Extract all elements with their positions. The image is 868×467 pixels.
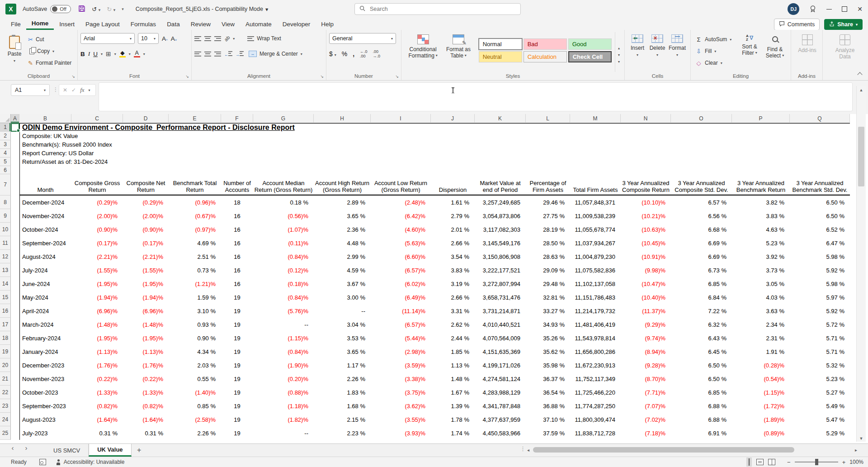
table-cell[interactable]: 4,341,787,848	[475, 399, 526, 413]
add-sheet-button[interactable]: +	[132, 444, 147, 457]
align-top-icon[interactable]	[194, 36, 201, 41]
scroll-up-icon[interactable]: ▲	[857, 86, 866, 94]
macro-record-icon[interactable]	[39, 459, 46, 465]
table-cell[interactable]: 3.19 %	[431, 277, 475, 291]
table-cell[interactable]: 16	[221, 223, 253, 236]
scroll-left-icon[interactable]: ◂	[527, 448, 529, 453]
table-cell[interactable]: 5.97 %	[790, 291, 850, 304]
format-painter-button[interactable]: ✎Format Painter	[26, 57, 73, 68]
table-cell[interactable]: (7.71)%	[621, 386, 671, 399]
maximize-button[interactable]	[842, 6, 847, 12]
table-cell[interactable]: 3.05 %	[732, 277, 790, 291]
table-cell[interactable]: (0.84)%	[253, 291, 314, 304]
table-cell[interactable]: 2.44 %	[431, 331, 475, 345]
table-cell[interactable]: 4,450,583,966	[475, 426, 526, 440]
table-cell[interactable]: (0.82)%	[71, 399, 123, 413]
table-cell[interactable]: (1.95)%	[71, 277, 123, 291]
menu-tab-developer[interactable]: Developer	[277, 18, 316, 30]
table-cell[interactable]: 19	[221, 386, 253, 399]
row-header-23[interactable]: 23	[0, 399, 11, 413]
table-cell[interactable]: (6.60)%	[371, 250, 431, 263]
row-header-13[interactable]: 13	[0, 263, 11, 277]
table-cell[interactable]: 11,037,934,267	[570, 236, 621, 250]
table-cell[interactable]: (0.28)%	[732, 358, 790, 372]
table-cell[interactable]: 11,752,117,349	[570, 372, 621, 386]
table-cell[interactable]: 2.31 %	[732, 331, 790, 345]
table-cell[interactable]: 1.59 %	[169, 291, 221, 304]
table-cell[interactable]: 3.54 %	[431, 250, 475, 263]
fill-color-button[interactable]: ◆	[119, 51, 126, 57]
align-right-icon[interactable]	[214, 52, 221, 57]
table-cell[interactable]: October-2023	[19, 386, 71, 399]
table-cell[interactable]: (9.98)%	[621, 263, 671, 277]
table-cell[interactable]: 6.50 %	[671, 358, 732, 372]
table-cell[interactable]: 0.18 %	[253, 195, 314, 209]
delete-dropdown-icon[interactable]: ▾	[656, 53, 658, 57]
cut-button[interactable]: ✂Cut	[26, 34, 73, 45]
autosave-toggle[interactable]: AutoSave Off	[23, 5, 71, 13]
table-cell[interactable]: 5.71 %	[790, 331, 850, 345]
table-cell[interactable]: (1.76)%	[71, 358, 123, 372]
table-cell[interactable]: (0.29)%	[123, 195, 169, 209]
table-cell[interactable]: 4,377,637,959	[475, 413, 526, 426]
selected-cell-A1[interactable]	[11, 123, 19, 132]
table-cell[interactable]: 2.26 %	[314, 372, 371, 386]
table-cell[interactable]: 2.34 %	[732, 318, 790, 331]
table-cell[interactable]: (10.40)%	[621, 291, 671, 304]
comma-format-icon[interactable]: ,	[353, 50, 354, 57]
table-cell[interactable]: (6.96)%	[123, 304, 169, 318]
horizontal-scroll-thumb[interactable]	[533, 447, 794, 453]
table-cell[interactable]: 5.27 %	[790, 386, 850, 399]
select-all-corner[interactable]	[0, 114, 11, 123]
row-header-22[interactable]: 22	[0, 386, 11, 399]
row-header-11[interactable]: 11	[0, 236, 11, 250]
sheet-nav-left-icon[interactable]: ‹	[6, 444, 19, 452]
table-cell[interactable]: 3.31 %	[431, 304, 475, 318]
table-cell[interactable]: 4.03 %	[732, 291, 790, 304]
table-cell[interactable]: 3.53 %	[314, 331, 371, 345]
menu-tab-review[interactable]: Review	[185, 18, 216, 30]
table-cell[interactable]: 35.26 %	[526, 331, 570, 345]
table-cell[interactable]: 5.29 %	[790, 426, 850, 440]
table-cell[interactable]: (0.18)%	[253, 277, 314, 291]
table-cell[interactable]: 1.74 %	[431, 426, 475, 440]
table-cell[interactable]: 6.57 %	[671, 195, 732, 209]
table-cell[interactable]: 11,004,879,230	[570, 250, 621, 263]
formula-input[interactable]	[99, 82, 853, 111]
table-cell[interactable]: (2.98)%	[371, 345, 431, 358]
table-cell[interactable]: (0.96)%	[169, 195, 221, 209]
row-header-20[interactable]: 20	[0, 358, 11, 372]
column-header-O[interactable]: O	[671, 114, 732, 123]
page-layout-view-button[interactable]	[756, 459, 764, 465]
share-button[interactable]: Share ▾	[824, 19, 863, 30]
autosave-switch-icon[interactable]: Off	[50, 5, 71, 13]
table-cell[interactable]: (0.17)%	[71, 236, 123, 250]
table-cell[interactable]: 3,145,549,176	[475, 236, 526, 250]
search-box[interactable]	[354, 3, 521, 15]
row-header-14[interactable]: 14	[0, 277, 11, 291]
table-cell[interactable]: 5.71 %	[790, 345, 850, 358]
title-dropdown-icon[interactable]: ▾	[265, 6, 268, 13]
table-cell[interactable]: 0.31 %	[71, 426, 123, 440]
table-cell[interactable]: 34.93 %	[526, 318, 570, 331]
table-cell[interactable]: (2.48)%	[371, 195, 431, 209]
conditional-formatting-button[interactable]: ConditionalFormatting▾	[404, 32, 442, 72]
table-cell[interactable]: 5.92 %	[790, 263, 850, 277]
table-cell[interactable]: 3.65 %	[314, 345, 371, 358]
table-cell[interactable]: 5.92 %	[790, 304, 850, 318]
zoom-slider[interactable]	[795, 462, 838, 462]
table-cell[interactable]: 2.36 %	[314, 223, 371, 236]
table-cell[interactable]: 3.92 %	[732, 250, 790, 263]
table-cell[interactable]: (3.59)%	[371, 358, 431, 372]
table-cell[interactable]: (1.95)%	[123, 331, 169, 345]
delete-cells-button[interactable]: ✕ Delete ▾	[647, 32, 667, 72]
table-cell[interactable]: (0.29)%	[71, 195, 123, 209]
table-cell[interactable]: 3,658,731,476	[475, 291, 526, 304]
table-cell[interactable]: 6.68 %	[671, 223, 732, 236]
table-cell[interactable]: 4.59 %	[314, 263, 371, 277]
table-cell[interactable]: (9.29)%	[621, 318, 671, 331]
table-cell[interactable]: (7.07)%	[621, 399, 671, 413]
vertical-scrollbar[interactable]: ▲ ▼	[856, 86, 866, 442]
name-box[interactable]: A1▾	[11, 84, 50, 96]
table-cell[interactable]: (1.33)%	[71, 386, 123, 399]
